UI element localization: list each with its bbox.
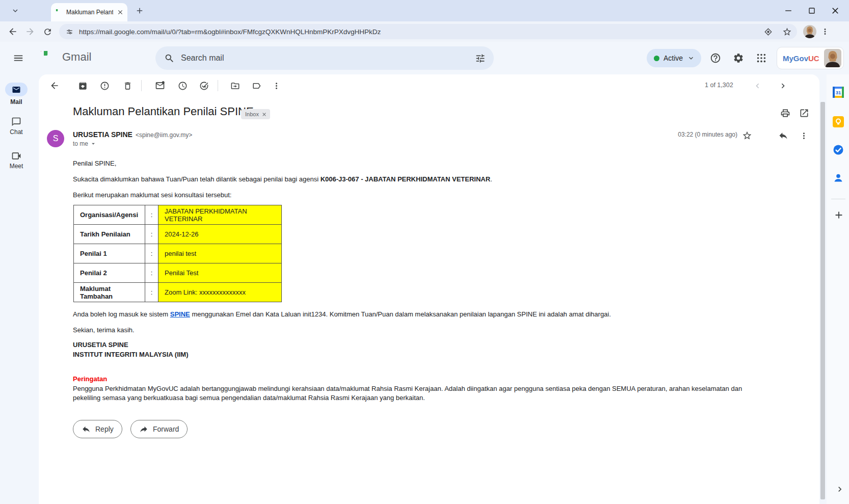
gmail-wordmark: Gmail	[62, 50, 91, 64]
tab-close-icon[interactable]	[117, 9, 124, 16]
more-options-icon[interactable]	[268, 77, 284, 94]
inbox-label-chip[interactable]: Inbox	[241, 109, 270, 119]
help-icon[interactable]	[705, 48, 726, 68]
archive-icon[interactable]	[74, 77, 91, 94]
gmail-logo[interactable]: Gmail	[41, 50, 91, 64]
tab-title: Makluman Pelantikan Penilai SP	[66, 9, 113, 16]
mark-unread-icon[interactable]	[152, 77, 168, 94]
window-maximize-button[interactable]	[800, 0, 824, 21]
chevron-down-icon	[90, 140, 97, 147]
extension-icon[interactable]	[763, 27, 773, 37]
url-text[interactable]: https://mail.google.com/mail/u/0/?tab=rm…	[79, 28, 758, 36]
keep-icon[interactable]	[833, 116, 844, 127]
apps-grid-icon[interactable]	[751, 48, 772, 68]
message-more-icon[interactable]	[797, 128, 811, 143]
email-subject: Makluman Pelantikan Penilai SPINE	[73, 105, 254, 118]
spine-link[interactable]: SPINE	[170, 310, 190, 318]
status-label: Active	[664, 54, 683, 62]
reply-arrow-icon	[82, 425, 91, 434]
tasks-icon[interactable]	[833, 144, 844, 155]
search-input[interactable]	[181, 54, 468, 63]
add-to-tasks-icon[interactable]	[196, 77, 212, 94]
show-side-panel-icon[interactable]	[834, 483, 846, 495]
window-close-button[interactable]	[824, 0, 847, 21]
back-to-inbox-icon[interactable]	[46, 77, 63, 94]
window-minimize-button[interactable]	[777, 0, 800, 21]
calendar-icon[interactable]	[833, 87, 844, 98]
browser-forward-button[interactable]	[21, 23, 39, 40]
agency-code: K006-J3-067 - JABATAN PERKHIDMATAN VETER…	[321, 175, 490, 183]
new-tab-button[interactable]	[134, 5, 146, 17]
move-to-icon[interactable]	[227, 77, 243, 94]
sidebar-label-meet[interactable]: Meet	[0, 163, 33, 170]
search-bar[interactable]	[155, 46, 494, 70]
gmail-m-icon	[41, 51, 58, 64]
tab-search-button[interactable]	[8, 4, 22, 18]
report-spam-icon[interactable]	[96, 77, 113, 94]
browser-profile-avatar[interactable]	[803, 25, 816, 38]
settings-gear-icon[interactable]	[728, 48, 749, 68]
sender-email: <spine@iim.gov.my>	[136, 131, 192, 139]
mygovuc-account-widget[interactable]: MyGovUC	[777, 47, 844, 69]
table-row: Organisasi/Agensi : JABATAN PERKHIDMATAN…	[74, 205, 282, 225]
side-panel-divider	[831, 199, 845, 199]
remove-label-icon[interactable]	[261, 112, 267, 117]
meet-camera-icon[interactable]	[11, 151, 21, 161]
table-row: Maklumat Tambahan : Zoom Link: xxxxxxxxx…	[74, 283, 282, 302]
open-in-new-icon[interactable]	[798, 107, 810, 119]
browser-tab[interactable]: Makluman Pelantikan Penilai SP	[51, 3, 127, 21]
pagination-counter: 1 of 1,302	[705, 82, 733, 89]
sidebar-label-chat[interactable]: Chat	[0, 128, 33, 136]
browser-reload-button[interactable]	[39, 23, 56, 40]
reply-icon[interactable]	[776, 128, 790, 143]
chat-bubble-icon[interactable]	[11, 117, 21, 127]
table-row: Tarikh Penilaian : 2024-12-26	[74, 225, 282, 244]
account-avatar[interactable]	[824, 49, 841, 67]
labels-icon[interactable]	[248, 77, 264, 94]
chevron-down-icon	[687, 54, 695, 62]
email-timestamp: 03:22 (0 minutes ago)	[625, 131, 737, 138]
browser-back-button[interactable]	[4, 23, 21, 40]
site-info-icon[interactable]	[65, 28, 74, 36]
email-closing: Sekian, terima kasih.	[73, 326, 135, 334]
window-controls	[777, 0, 847, 21]
scrollbar[interactable]	[820, 102, 825, 499]
table-row: Penilai 1 : penilai test	[74, 244, 282, 263]
address-bar[interactable]: https://mail.google.com/mail/u/0/?tab=rm…	[59, 24, 797, 39]
warning-title: Peringatan	[73, 375, 107, 383]
older-email-icon[interactable]	[776, 79, 789, 92]
delete-icon[interactable]	[119, 77, 136, 94]
toolbar-divider	[141, 80, 142, 91]
consultation-table: Organisasi/Agensi : JABATAN PERKHIDMATAN…	[73, 205, 282, 302]
search-options-icon[interactable]	[470, 48, 490, 68]
recipient-dropdown[interactable]: to me	[73, 140, 97, 147]
reply-button[interactable]: Reply	[73, 420, 122, 438]
print-icon[interactable]	[779, 107, 791, 119]
email-paragraph-1: Sukacita dimaklumkan bahawa Tuan/Puan te…	[73, 175, 492, 183]
status-selector[interactable]: Active	[647, 49, 701, 67]
forward-button[interactable]: Forward	[130, 420, 188, 438]
toolbar-divider	[218, 80, 218, 91]
newer-email-icon[interactable]	[751, 79, 764, 92]
forward-arrow-icon	[139, 425, 148, 434]
email-paragraph-2: Berikut merupakan maklumat sesi konsulta…	[73, 191, 231, 199]
side-panel-rail	[827, 74, 849, 504]
browser-tab-strip: Makluman Pelantikan Penilai SP	[0, 0, 849, 21]
star-icon[interactable]	[740, 128, 754, 143]
table-row: Penilai 2 : Penilai Test	[74, 263, 282, 283]
sidebar-label-mail[interactable]: Mail	[0, 98, 33, 105]
sidebar-item-mail[interactable]	[5, 83, 28, 96]
sender-avatar[interactable]: S	[47, 130, 64, 147]
sender-line: URUSETIA SPINE <spine@iim.gov.my>	[73, 130, 192, 139]
main-menu-icon[interactable]	[9, 49, 28, 67]
mygovuc-logo: MyGovUC	[783, 54, 819, 63]
snooze-icon[interactable]	[174, 77, 191, 94]
contacts-icon[interactable]	[833, 172, 844, 183]
sender-name[interactable]: URUSETIA SPINE	[73, 130, 132, 139]
browser-toolbar: https://mail.google.com/mail/u/0/?tab=rm…	[0, 21, 849, 42]
browser-menu-icon[interactable]	[820, 27, 830, 36]
bookmark-star-icon[interactable]	[782, 27, 792, 37]
get-add-ons-icon[interactable]	[833, 209, 845, 221]
email-greeting: Penilai SPINE,	[73, 159, 116, 168]
search-icon[interactable]	[160, 48, 179, 68]
